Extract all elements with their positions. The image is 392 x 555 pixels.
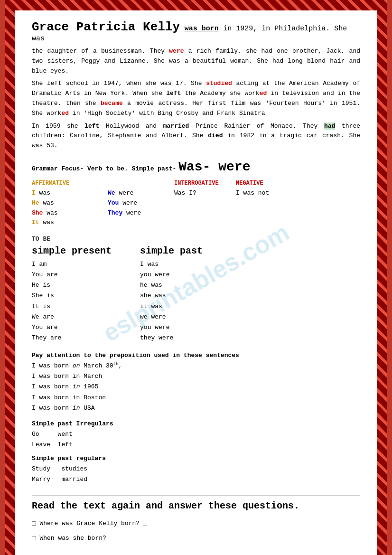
- negative-column: NEGATIVE I was not: [236, 180, 298, 228]
- question-1: □ Where was Grace Kelly born? _: [32, 518, 360, 530]
- irregular-text: Go went Leave left: [32, 429, 360, 450]
- conjugation-table: AFFIRMATIVE I was He was She was It was …: [32, 180, 360, 228]
- conj-we-were: We were: [108, 188, 174, 198]
- grammar-focus-line: Grammar Focus- Verb to be. Simple past- …: [32, 160, 360, 174]
- irregular-section: Simple past Irregulars Go went Leave lef…: [32, 420, 360, 450]
- question-1-text: Where was Grace Kelly born? _: [39, 518, 147, 529]
- read-title: Read the text again and answer these que…: [32, 500, 360, 511]
- preposition-title: Pay attention to the preposition used in…: [32, 352, 360, 359]
- interrogative-header: INTERROGATIVE: [174, 180, 236, 187]
- conj-i-was: I was: [32, 188, 108, 198]
- grammar-focus-label: Grammar Focus- Verb to be. Simple past-: [32, 165, 176, 172]
- conj-it-was: It was: [32, 218, 108, 228]
- paragraph3: In 1959 she left Hollywood and married P…: [32, 122, 360, 151]
- conj-i-was-not: I was not: [236, 188, 298, 198]
- simple-past-col: simple past I wasyou werehe wasshe wasit…: [140, 245, 203, 343]
- simple-past-rows: I wasyou werehe wasshe wasit waswe werey…: [140, 259, 203, 343]
- simple-present-title: simple present: [32, 245, 112, 256]
- grammar-was-were: Was- were: [178, 160, 250, 174]
- irregular-title: Simple past Irregulars: [32, 420, 360, 427]
- bullet-1: □: [32, 518, 36, 530]
- interrogative-column: INTERROGATIVE Was I?: [174, 180, 236, 228]
- conj-she-was: She was: [32, 208, 108, 218]
- title-section: Grace Patricia Kelly was born in 1929, i…: [32, 20, 360, 43]
- regulars-title: Simple past regulars: [32, 455, 360, 462]
- grammar-section: Grammar Focus- Verb to be. Simple past- …: [32, 160, 360, 343]
- to-be-columns: simple present I amYou areHe isShe isIt …: [32, 245, 360, 343]
- simple-present-col: simple present I amYou areHe isShe isIt …: [32, 245, 112, 343]
- title-name: Grace Patricia Kelly: [32, 20, 180, 34]
- conj-they-were: They were: [108, 208, 174, 218]
- to-be-section: TO BE simple present I amYou areHe isShe…: [32, 235, 360, 343]
- page-frame: eslprintables.com Grace Patricia Kelly w…: [5, 0, 387, 555]
- paragraph1: the daughter of a businessman. They were…: [32, 47, 360, 76]
- paragraph2: She left school in 1947, when she was 17…: [32, 79, 360, 118]
- read-section: Read the text again and answer these que…: [32, 495, 360, 545]
- simple-past-title: simple past: [140, 245, 203, 256]
- question-2: □ When was she born?: [32, 533, 360, 545]
- affirmative-column-right: We were You were They were: [108, 180, 174, 228]
- question-2-text: When was she born?: [39, 533, 106, 544]
- affirmative-header: AFFIRMATIVE: [32, 180, 108, 187]
- simple-present-rows: I amYou areHe isShe isIt isWe areYou are…: [32, 259, 112, 343]
- regulars-section: Simple past regulars Study studies Marry…: [32, 455, 360, 485]
- affirmative-column: AFFIRMATIVE I was He was She was It was: [32, 180, 108, 228]
- title-born-label: was born: [185, 25, 219, 33]
- regulars-text: Study studies Marry married: [32, 464, 360, 485]
- negative-header: NEGATIVE: [236, 180, 298, 187]
- preposition-text: I was born on March 30th, I was born in …: [32, 361, 360, 414]
- to-be-label: TO BE: [32, 235, 360, 243]
- conj-you-were: You were: [108, 198, 174, 208]
- conj-was-i: Was I?: [174, 188, 236, 198]
- preposition-section: Pay attention to the preposition used in…: [32, 352, 360, 414]
- bullet-2: □: [32, 533, 36, 545]
- conj-he-was: He was: [32, 198, 108, 208]
